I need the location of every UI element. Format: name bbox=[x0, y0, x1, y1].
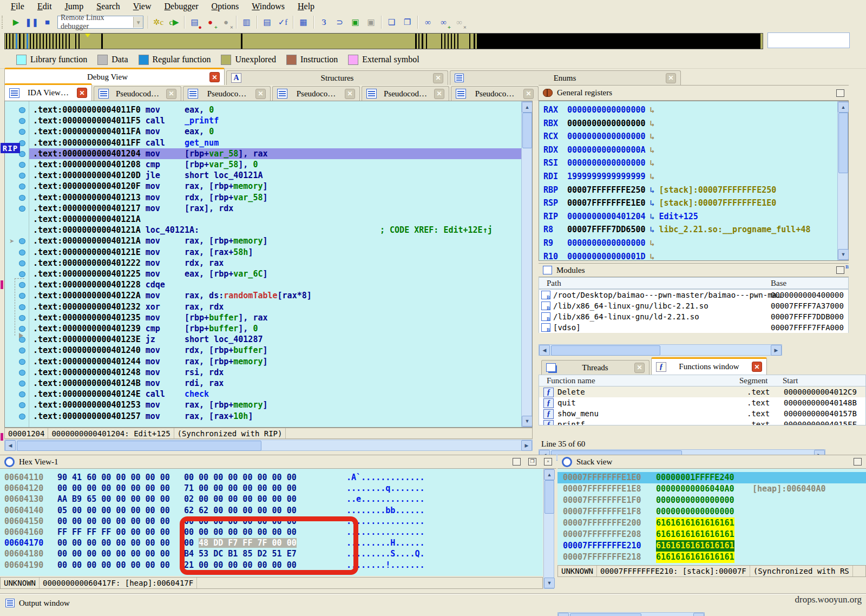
function-row[interactable]: ƒDelete.text00000000004012C9 bbox=[539, 386, 865, 397]
disasm-line[interactable]: .text:0000000000401204 mov [rbp+var_58],… bbox=[29, 148, 521, 159]
stack-row[interactable]: 00007FFFFFFFE1F00000000000000000 bbox=[557, 495, 866, 506]
breakpoint-dot[interactable] bbox=[19, 282, 25, 288]
search-delete-icon[interactable]: ∞× bbox=[452, 15, 467, 30]
breakpoint-list-icon[interactable]: ▤● bbox=[187, 15, 202, 30]
tab-pseudocode-1[interactable]: Pseudocod…✕ bbox=[94, 86, 181, 101]
breakpoint-dot[interactable] bbox=[19, 304, 25, 310]
close-icon[interactable]: ✕ bbox=[434, 89, 444, 99]
run-until-return-icon[interactable]: ▣ bbox=[348, 15, 363, 30]
disasm-line[interactable]: .text:000000000040124B mov rdi, rax bbox=[29, 378, 521, 389]
follow-arrow-icon[interactable]: ↳ bbox=[646, 238, 659, 248]
follow-arrow-icon[interactable]: ↳ bbox=[646, 212, 659, 221]
follow-arrow-icon[interactable]: ↳ bbox=[646, 105, 659, 115]
disassembly-vscrollbar[interactable]: ▲ ▼ bbox=[521, 101, 532, 427]
maximize-icon[interactable] bbox=[836, 89, 844, 97]
follow-arrow-icon[interactable]: ↳ bbox=[646, 252, 659, 261]
disasm-line[interactable]: .text:000000000040124E call check bbox=[29, 389, 521, 399]
close-icon[interactable]: ✕ bbox=[752, 362, 762, 372]
breakpoint-dot[interactable] bbox=[19, 118, 25, 124]
register-row-r8[interactable]: R800007FFFF7DD6500↳libc_2.21.so:__progna… bbox=[543, 223, 835, 237]
disasm-line[interactable]: .text:0000000000401239 cmp [rbp+buffer],… bbox=[29, 323, 521, 334]
breakpoint-dot[interactable] bbox=[19, 359, 25, 365]
tab-debug-view[interactable]: Debug View✕ bbox=[4, 68, 225, 85]
breakpoint-dot[interactable] bbox=[19, 391, 25, 397]
menu-item-jump[interactable]: Jump bbox=[60, 1, 89, 12]
register-row-rip[interactable]: RIP0000000000401204↳Edit+125 bbox=[543, 210, 835, 224]
menu-item-edit[interactable]: Edit bbox=[32, 1, 57, 12]
trace-icon[interactable]: ✓f bbox=[275, 15, 290, 30]
menu-item-debugger[interactable]: Debugger bbox=[159, 1, 204, 12]
debugger-window-icon[interactable]: ▥ bbox=[239, 15, 254, 30]
breakpoint-dot[interactable] bbox=[19, 206, 25, 212]
disasm-line[interactable]: .text:00000000004011F0 mov eax, 0 bbox=[29, 104, 521, 115]
registers-vscrollbar[interactable]: ▲▼ bbox=[837, 101, 848, 260]
functions-column-header[interactable]: Function name Segment Start bbox=[539, 375, 866, 386]
disassembly-view[interactable]: ➤ .text:00000000004011F0 mov eax, 0.text… bbox=[4, 101, 533, 428]
breakpoint-dot[interactable] bbox=[19, 238, 25, 244]
stack-row[interactable]: 00007FFFFFFFE1E800000000006040A0[heap]:0… bbox=[557, 483, 866, 495]
breakpoint-dot[interactable] bbox=[19, 162, 25, 168]
stack-row[interactable]: 00007FFFFFFFE2186161616161616161 bbox=[557, 552, 866, 563]
disasm-line[interactable]: .text:0000000000401228 cdqe bbox=[29, 279, 521, 290]
disasm-line[interactable]: .text:0000000000401253 mov rax, [rbp+mem… bbox=[29, 399, 521, 410]
hex-row[interactable]: 0060411090 41 60 00 00 00 00 0000 00 00 … bbox=[0, 472, 543, 483]
close-icon[interactable]: ✕ bbox=[166, 89, 176, 99]
disasm-line[interactable]: .text:000000000040123E jz short loc_4012… bbox=[29, 334, 521, 345]
disasm-line[interactable]: .text:0000000000401208 cmp [rbp+var_58],… bbox=[29, 159, 521, 170]
search-add-icon[interactable]: ∞+ bbox=[436, 15, 451, 30]
stack-row[interactable]: 00007FFFFFFFE1E000000001FFFFE240 bbox=[557, 472, 866, 483]
breakpoint-dot[interactable] bbox=[19, 271, 25, 277]
modules-list[interactable]: /root/Desktop/baimao---pwn-master/baimao… bbox=[539, 289, 849, 333]
tab-pseudocode-5[interactable]: Pseudoco…✕ bbox=[451, 86, 539, 101]
close-icon[interactable]: ✕ bbox=[523, 89, 534, 99]
close-icon[interactable]: ✕ bbox=[209, 72, 220, 82]
function-row[interactable]: ƒquit.text000000000040148B bbox=[539, 397, 865, 408]
disasm-line[interactable]: .text:0000000000401225 mov eax, [rbp+var… bbox=[29, 268, 521, 279]
disasm-line[interactable]: .text:000000000040122A mov rax, ds:rando… bbox=[29, 290, 521, 301]
register-row-rbx[interactable]: RBX0000000000000000↳ bbox=[543, 117, 835, 130]
breakpoint-dot[interactable] bbox=[19, 326, 25, 332]
tab-pseudocode-2[interactable]: Pseudoco…✕ bbox=[183, 86, 271, 101]
menu-item-windows[interactable]: Windows bbox=[246, 1, 290, 12]
run-to-cursor-icon[interactable]: c▶ bbox=[167, 15, 181, 30]
close-icon[interactable]: ✕ bbox=[77, 88, 87, 98]
chevron-down-icon[interactable]: ▼ bbox=[133, 17, 143, 28]
follow-arrow-icon[interactable]: ↳ bbox=[646, 158, 659, 168]
stack-row[interactable]: 00007FFFFFFFE1F80000000000000000 bbox=[557, 506, 866, 517]
disasm-line[interactable]: .text:000000000040121E mov rax, [rax+58h… bbox=[29, 247, 521, 258]
disasm-line[interactable]: .text:000000000040121A loc_40121A:; CODE… bbox=[29, 225, 521, 235]
stack-row[interactable]: 00007FFFFFFFE2006161616161616161 bbox=[557, 517, 866, 529]
register-row-r10[interactable]: R10000000000000001D↳ bbox=[543, 250, 835, 264]
breakpoint-dot[interactable] bbox=[19, 129, 25, 135]
breakpoint-dot[interactable] bbox=[19, 315, 25, 321]
open-subviews-icon[interactable]: ❐ bbox=[400, 15, 415, 30]
pause-process-icon[interactable]: ▣ bbox=[364, 15, 378, 30]
registers-window-icon[interactable]: ▦ bbox=[296, 15, 311, 30]
disasm-line[interactable]: .text:000000000040120F mov rax, [rbp+mem… bbox=[29, 181, 521, 192]
disasm-line[interactable]: .text:0000000000401248 mov rsi, rdx bbox=[29, 367, 521, 378]
disasm-line[interactable]: .text:0000000000401244 mov rax, [rbp+mem… bbox=[29, 356, 521, 367]
breakpoint-dot[interactable] bbox=[19, 195, 25, 201]
close-icon[interactable]: ✕ bbox=[433, 73, 443, 83]
register-row-rcx[interactable]: RCX0000000000000000↳ bbox=[543, 130, 835, 143]
hex-row[interactable]: 0060414005 00 00 00 00 00 00 0062 62 00 … bbox=[0, 505, 543, 516]
register-row-rsi[interactable]: RSI0000000000000000↳ bbox=[543, 156, 835, 170]
breakpoint-dot[interactable] bbox=[19, 402, 25, 408]
stack-hscrollbar[interactable]: ◀ ▶ bbox=[557, 612, 705, 616]
breakpoint-dot[interactable] bbox=[19, 348, 25, 353]
maximize-icon[interactable] bbox=[854, 458, 862, 466]
functions-list[interactable]: ƒDelete.text00000000004012C9ƒquit.text00… bbox=[539, 386, 866, 425]
tab-enums[interactable]: Enums✕ bbox=[450, 70, 681, 85]
maximize-icon[interactable] bbox=[513, 458, 521, 466]
maximize-icon[interactable] bbox=[836, 266, 844, 274]
run-icon[interactable]: ▶ bbox=[9, 15, 23, 30]
tab-threads[interactable]: Threads✕ bbox=[541, 360, 650, 375]
menu-item-search[interactable]: Search bbox=[91, 1, 126, 12]
tab-functions-window[interactable]: ƒFunctions window✕ bbox=[651, 357, 767, 375]
hex-row[interactable]: 0060412000 00 00 00 00 00 00 0071 00 00 … bbox=[0, 483, 543, 494]
function-row[interactable]: ƒprintf.text00000000004015FF bbox=[539, 419, 865, 425]
search-icon[interactable]: ∞ bbox=[421, 15, 435, 30]
breakpoint-dot[interactable] bbox=[19, 414, 25, 420]
breakpoint-dot[interactable] bbox=[19, 293, 25, 299]
general-registers-panel[interactable]: RAX0000000000000000↳RBX0000000000000000↳… bbox=[539, 101, 849, 261]
